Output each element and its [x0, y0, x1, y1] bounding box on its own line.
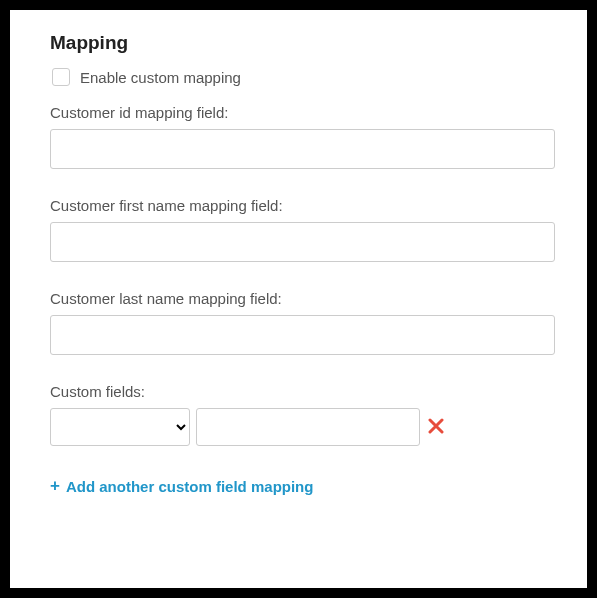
- custom-fields-label: Custom fields:: [50, 383, 555, 400]
- mapping-panel: Mapping Enable custom mapping Customer i…: [10, 10, 587, 588]
- plus-icon: +: [50, 476, 60, 496]
- custom-field-row: [50, 408, 555, 446]
- customer-id-input[interactable]: [50, 129, 555, 169]
- custom-fields-group: Custom fields:: [50, 383, 555, 446]
- first-name-group: Customer first name mapping field:: [50, 197, 555, 262]
- first-name-label: Customer first name mapping field:: [50, 197, 555, 214]
- panel-title: Mapping: [50, 32, 555, 54]
- first-name-input[interactable]: [50, 222, 555, 262]
- add-custom-field-link[interactable]: + Add another custom field mapping: [50, 476, 555, 496]
- customer-id-group: Customer id mapping field:: [50, 104, 555, 169]
- last-name-label: Customer last name mapping field:: [50, 290, 555, 307]
- enable-mapping-label: Enable custom mapping: [80, 69, 241, 86]
- enable-mapping-checkbox[interactable]: [52, 68, 70, 86]
- custom-field-select[interactable]: [50, 408, 190, 446]
- customer-id-label: Customer id mapping field:: [50, 104, 555, 121]
- last-name-input[interactable]: [50, 315, 555, 355]
- custom-field-value-input[interactable]: [196, 408, 420, 446]
- remove-icon[interactable]: [428, 417, 444, 437]
- enable-mapping-row: Enable custom mapping: [50, 68, 555, 86]
- last-name-group: Customer last name mapping field:: [50, 290, 555, 355]
- add-link-label: Add another custom field mapping: [66, 478, 314, 495]
